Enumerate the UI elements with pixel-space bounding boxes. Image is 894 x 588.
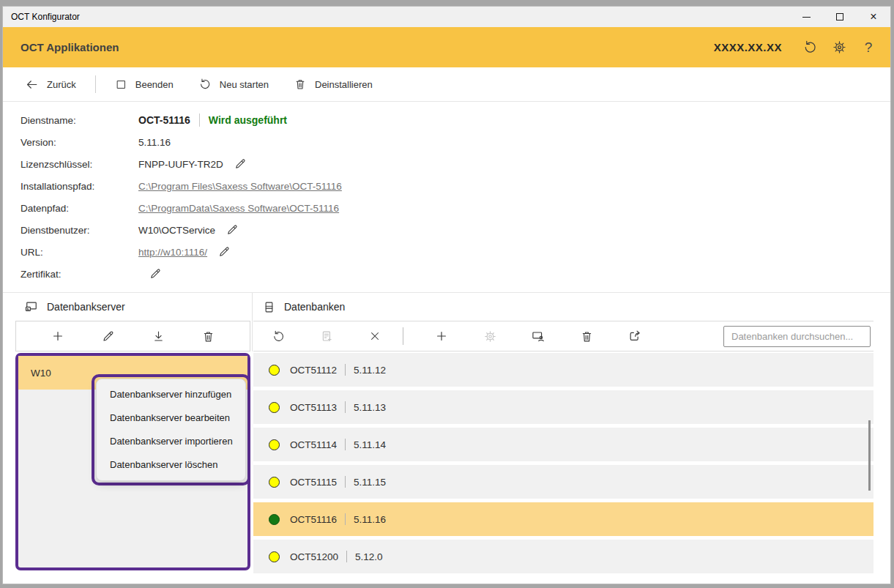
status-dot xyxy=(269,514,280,525)
detail-row-dienstname: Dienstname: OCT-51116 Wird ausgeführt xyxy=(21,109,890,131)
status-dot xyxy=(269,477,280,488)
status-dot xyxy=(269,551,280,562)
service-details: Dienstname: OCT-51116 Wird ausgeführt Ve… xyxy=(3,102,890,292)
share-database-button[interactable] xyxy=(626,327,644,345)
close-icon: × xyxy=(870,11,876,23)
help-button[interactable]: ? xyxy=(857,36,880,59)
detail-row-certificate: Zertifikat: xyxy=(21,263,890,285)
database-row-oct51112[interactable]: OCT51112 5.11.12 xyxy=(253,353,873,387)
detail-row-url: URL: http://w10:1116/ xyxy=(21,241,890,263)
status-separator xyxy=(199,113,200,127)
database-row-oct51200[interactable]: OCT51200 5.12.0 xyxy=(253,540,873,573)
pencil-icon xyxy=(101,330,115,343)
database-row-oct51116-selected[interactable]: OCT51116 5.11.16 xyxy=(253,502,873,536)
version-label: Version: xyxy=(21,137,138,148)
gear-icon xyxy=(832,40,847,55)
back-button[interactable]: Zurück xyxy=(25,78,76,92)
trash-icon xyxy=(580,330,594,343)
refresh-button[interactable] xyxy=(798,36,822,59)
service-user-label: Dienstbenutzer: xyxy=(21,225,138,236)
assign-user-button[interactable] xyxy=(529,327,547,345)
server-list-annotation-box: W10 Datenbankserver hinzufügen Datenbank… xyxy=(15,353,250,570)
app-header-actions: XXXX.XX.XX ? xyxy=(714,36,880,59)
help-icon: ? xyxy=(865,40,873,56)
server-toolbar xyxy=(15,321,250,351)
stop-service-button[interactable]: Beenden xyxy=(115,78,174,91)
database-version: 5.12.0 xyxy=(355,551,383,562)
menu-item-edit-server[interactable]: Datenbankserver bearbeiten xyxy=(97,406,245,430)
service-user-value: W10\OCTService xyxy=(138,225,215,236)
gear-icon xyxy=(483,330,497,343)
menu-item-import-server[interactable]: Datenbankserver importieren xyxy=(97,430,245,453)
delete-server-button[interactable] xyxy=(200,328,217,345)
import-server-button[interactable] xyxy=(150,328,167,345)
refresh-databases-button[interactable] xyxy=(269,328,287,345)
database-search-input[interactable] xyxy=(723,326,871,347)
edit-server-button[interactable] xyxy=(100,328,116,345)
scrollbar-thumb[interactable] xyxy=(868,420,871,491)
install-path-label: Installationspfad: xyxy=(21,181,138,192)
pencil-icon xyxy=(149,267,162,280)
status-dot xyxy=(269,365,280,376)
uninstall-button[interactable]: Deinstallieren xyxy=(294,78,373,91)
toolbar-separator xyxy=(403,327,403,345)
minimize-button[interactable] xyxy=(789,7,823,27)
server-context-menu: Datenbankserver hinzufügen Datenbankserv… xyxy=(96,379,246,481)
dienstname-value: OCT-51116 xyxy=(138,114,190,126)
script-add-button-disabled xyxy=(318,328,335,345)
edit-url-button[interactable] xyxy=(217,245,231,258)
back-label: Zurück xyxy=(47,79,76,90)
page-title: OCT Applikationen xyxy=(21,41,714,53)
database-name: OCT51115 xyxy=(290,477,337,488)
menu-item-add-server[interactable]: Datenbankserver hinzufügen xyxy=(97,383,245,406)
version-placeholder: XXXX.XX.XX xyxy=(714,41,782,53)
server-panel-title: Datenbankserver xyxy=(47,301,125,313)
edit-certificate-button[interactable] xyxy=(149,267,162,280)
back-arrow-icon xyxy=(25,78,39,92)
edit-service-user-button[interactable] xyxy=(226,223,239,237)
refresh-icon xyxy=(272,330,286,343)
maximize-button[interactable] xyxy=(823,7,857,27)
database-version: 5.11.15 xyxy=(354,477,386,488)
name-version-separator xyxy=(345,364,346,376)
maximize-icon xyxy=(836,13,843,21)
close-button[interactable]: × xyxy=(857,7,890,27)
add-server-button[interactable] xyxy=(49,327,67,345)
database-name: OCT51114 xyxy=(290,439,337,450)
minimize-icon xyxy=(802,17,811,18)
database-panel-title: Datenbanken xyxy=(284,301,345,313)
panels-section: Datenbankserver W10 xyxy=(3,292,890,584)
data-path-label: Datenpfad: xyxy=(21,203,138,214)
command-bar: Zurück Beenden Neu starten Deinstalliere… xyxy=(3,67,890,102)
assign-user-icon xyxy=(531,329,545,343)
edit-license-button[interactable] xyxy=(234,157,247,171)
server-panel-header: Datenbankserver xyxy=(15,293,250,321)
app-header: OCT Applikationen XXXX.XX.XX ? xyxy=(3,27,890,67)
url-link[interactable]: http://w10:1116/ xyxy=(138,247,207,258)
cancel-button[interactable] xyxy=(366,328,384,344)
stop-label: Beenden xyxy=(135,79,174,90)
pencil-icon xyxy=(234,157,247,171)
database-row-oct51115[interactable]: OCT51115 5.11.15 xyxy=(253,465,873,499)
status-badge: Wird ausgeführt xyxy=(209,114,287,126)
license-value: FNPP-UUFY-TR2D xyxy=(138,159,223,170)
menu-item-delete-server[interactable]: Datenbankserver löschen xyxy=(97,453,245,477)
settings-button[interactable] xyxy=(827,36,851,59)
database-name: OCT51116 xyxy=(290,514,337,525)
trash-icon xyxy=(294,78,307,91)
database-toolbar xyxy=(253,321,873,351)
toolbar-separator xyxy=(95,75,96,93)
detail-row-version: Version: 5.11.16 xyxy=(21,131,890,153)
server-name: W10 xyxy=(31,368,51,379)
delete-database-button[interactable] xyxy=(578,328,595,345)
database-row-oct51114[interactable]: OCT51114 5.11.14 xyxy=(253,428,873,461)
add-database-button[interactable] xyxy=(433,327,450,345)
data-path-link[interactable]: C:\ProgramData\Saxess Software\OCT-51116 xyxy=(138,203,339,214)
detail-row-service-user: Dienstbenutzer: W10\OCTService xyxy=(21,219,890,241)
database-row-oct51113[interactable]: OCT51113 5.11.13 xyxy=(253,390,873,424)
stop-square-icon xyxy=(115,78,127,91)
database-version: 5.11.13 xyxy=(354,402,386,413)
restart-service-button[interactable]: Neu starten xyxy=(198,78,269,91)
database-name: OCT51113 xyxy=(290,402,337,413)
install-path-link[interactable]: C:\Program Files\Saxess Software\OCT-511… xyxy=(138,181,342,192)
